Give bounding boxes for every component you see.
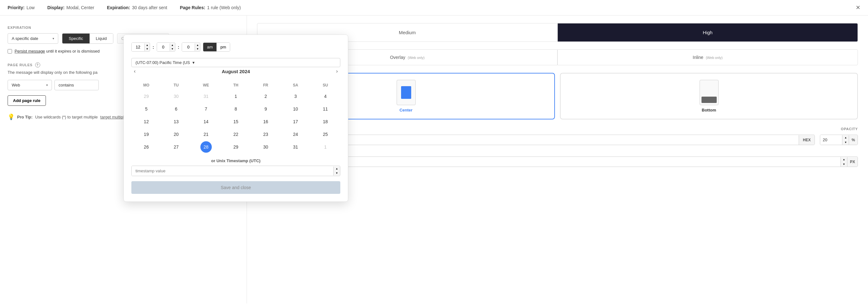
cal-day[interactable]: 30 bbox=[170, 91, 182, 102]
cal-day[interactable]: 27 bbox=[170, 141, 182, 153]
hour-spinner[interactable]: ▲ ▼ bbox=[131, 42, 150, 52]
priority-value: Low bbox=[27, 5, 35, 10]
cal-day[interactable]: 25 bbox=[320, 129, 331, 140]
platform-dropdown[interactable]: Web ▾ bbox=[8, 80, 52, 90]
minute-down-button[interactable]: ▼ bbox=[170, 47, 175, 51]
minute-input[interactable] bbox=[157, 43, 170, 51]
save-and-close-button[interactable]: Save and close bbox=[131, 181, 340, 194]
cal-day[interactable]: 12 bbox=[141, 116, 152, 127]
cal-day[interactable]: 7 bbox=[200, 103, 212, 115]
opacity-input[interactable] bbox=[820, 135, 842, 145]
opacity-up-button[interactable]: ▲ bbox=[842, 135, 849, 140]
cal-day[interactable]: 31 bbox=[290, 141, 301, 153]
cal-day-today[interactable]: 28 bbox=[200, 141, 212, 153]
calendar-grid: MO TU WE TH FR SA SU 29 30 31 1 2 3 4 bbox=[131, 81, 340, 153]
inline-label: Inline bbox=[693, 55, 703, 60]
cal-day[interactable]: 5 bbox=[141, 103, 152, 115]
cal-day[interactable]: 26 bbox=[141, 141, 152, 153]
chevron-down-icon: ▾ bbox=[53, 37, 54, 40]
unix-up-button[interactable]: ▲ bbox=[334, 166, 340, 171]
expiration-type-dropdown[interactable]: A specific date ▾ bbox=[8, 33, 58, 44]
opacity-down-button[interactable]: ▼ bbox=[842, 140, 849, 145]
cal-day[interactable]: 18 bbox=[320, 116, 331, 127]
bottom-modal-graphic bbox=[702, 97, 717, 103]
center-label: Center bbox=[400, 108, 412, 113]
unix-label: or Unix Timestamp (UTC) bbox=[131, 158, 340, 163]
hour-spinners: ▲ ▼ bbox=[144, 43, 150, 51]
hour-down-button[interactable]: ▼ bbox=[145, 47, 150, 51]
unix-down-button[interactable]: ▼ bbox=[334, 171, 340, 176]
pro-tip-label: Pro Tip: bbox=[17, 115, 33, 119]
cal-day[interactable]: 30 bbox=[260, 141, 271, 153]
cal-day[interactable]: 8 bbox=[230, 103, 242, 115]
next-month-button[interactable]: › bbox=[334, 67, 340, 75]
pm-button[interactable]: pm bbox=[217, 43, 230, 51]
condition-dropdown[interactable]: contains bbox=[55, 80, 99, 90]
am-button[interactable]: am bbox=[203, 43, 217, 51]
persist-message-checkbox[interactable] bbox=[8, 49, 12, 54]
hour-input[interactable] bbox=[132, 43, 144, 51]
cal-header-fr: FR bbox=[251, 81, 280, 90]
timezone-dropdown[interactable]: (UTC-07:00) Pacific Time (US ▾ bbox=[131, 58, 340, 67]
minute-up-button[interactable]: ▲ bbox=[170, 43, 175, 47]
width-down-button[interactable]: ▼ bbox=[841, 162, 847, 166]
cal-day[interactable]: 1 bbox=[230, 91, 242, 102]
cal-day[interactable]: 2 bbox=[260, 91, 271, 102]
cal-day[interactable]: 13 bbox=[170, 116, 182, 127]
cal-day[interactable]: 24 bbox=[290, 129, 301, 140]
cal-day[interactable]: 31 bbox=[200, 91, 212, 102]
expiration-section-label: EXPIRATION bbox=[8, 26, 239, 29]
cal-day[interactable]: 29 bbox=[230, 141, 242, 153]
width-spinners: ▲ ▼ bbox=[840, 157, 847, 166]
cal-day[interactable]: 1 bbox=[320, 141, 331, 153]
cal-day[interactable]: 19 bbox=[141, 129, 152, 140]
opacity-input-group: ▲ ▼ % bbox=[820, 134, 858, 145]
second-up-button[interactable]: ▲ bbox=[195, 43, 200, 47]
prev-month-button[interactable]: ‹ bbox=[131, 67, 138, 75]
expiration-mode-toggle: Specific Liquid bbox=[62, 33, 113, 44]
second-spinner[interactable]: ▲ ▼ bbox=[182, 42, 200, 52]
persist-message-link[interactable]: Persist message bbox=[14, 49, 45, 54]
width-up-button[interactable]: ▲ bbox=[841, 157, 847, 162]
second-input[interactable] bbox=[182, 43, 195, 51]
liquid-tab[interactable]: Liquid bbox=[90, 34, 113, 43]
add-page-rule-button[interactable]: Add page rule bbox=[8, 95, 46, 106]
inline-display-button[interactable]: Inline (Web only) bbox=[557, 50, 858, 65]
cal-day[interactable]: 22 bbox=[230, 129, 242, 140]
high-priority-button[interactable]: High bbox=[557, 23, 858, 42]
top-bar: Priority: Low Display: Modal, Center Exp… bbox=[0, 0, 868, 16]
unix-input[interactable] bbox=[132, 166, 333, 176]
cal-day[interactable]: 3 bbox=[290, 91, 301, 102]
cal-day[interactable]: 29 bbox=[141, 91, 152, 102]
cal-day[interactable]: 21 bbox=[200, 129, 212, 140]
priority-info: Priority: Low bbox=[8, 5, 34, 10]
minute-spinner[interactable]: ▲ ▼ bbox=[157, 42, 175, 52]
cal-day[interactable]: 20 bbox=[170, 129, 182, 140]
cal-day[interactable]: 15 bbox=[230, 116, 242, 127]
bottom-position-card[interactable]: Bottom bbox=[560, 73, 858, 119]
specific-tab[interactable]: Specific bbox=[62, 34, 90, 43]
hour-up-button[interactable]: ▲ bbox=[145, 43, 150, 47]
cal-day[interactable]: 16 bbox=[260, 116, 271, 127]
condition-value: contains bbox=[59, 83, 74, 87]
cal-day[interactable]: 4 bbox=[320, 91, 331, 102]
target-multiple-link[interactable]: target multiple bbox=[100, 115, 126, 119]
cal-day[interactable]: 14 bbox=[200, 116, 212, 127]
center-modal-graphic bbox=[401, 86, 411, 99]
expiration-value: 30 days after sent bbox=[132, 5, 167, 10]
cal-day[interactable]: 6 bbox=[170, 103, 182, 115]
pro-tip-text: Use wildcards (*) to target multiple bbox=[35, 115, 98, 119]
help-icon[interactable]: ? bbox=[35, 62, 40, 67]
center-position-icon bbox=[397, 80, 416, 105]
close-button[interactable]: ✕ bbox=[856, 4, 860, 11]
cal-header-sa: SA bbox=[280, 81, 310, 90]
cal-day[interactable]: 23 bbox=[260, 129, 271, 140]
minute-spinners: ▲ ▼ bbox=[170, 43, 175, 51]
cal-day[interactable]: 9 bbox=[260, 103, 271, 115]
cal-day[interactable]: 11 bbox=[320, 103, 331, 115]
unix-input-row: ▲ ▼ bbox=[131, 166, 340, 176]
cal-day[interactable]: 10 bbox=[290, 103, 301, 115]
cal-day[interactable]: 17 bbox=[290, 116, 301, 127]
priority-label: Priority: bbox=[8, 5, 25, 10]
second-down-button[interactable]: ▼ bbox=[195, 47, 200, 51]
